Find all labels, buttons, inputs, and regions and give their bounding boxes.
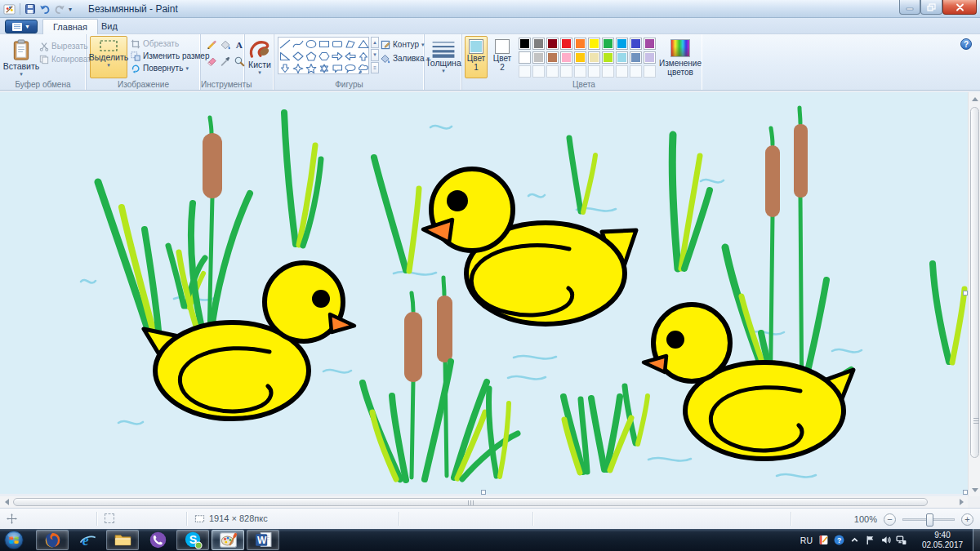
- zoom-slider[interactable]: [902, 518, 955, 521]
- restore-button[interactable]: [920, 0, 942, 15]
- select-button[interactable]: Выделить ▾: [90, 36, 127, 78]
- color1-button[interactable]: Цвет 1: [465, 36, 488, 78]
- shape-star-5[interactable]: [305, 62, 318, 74]
- shape-hexagon[interactable]: [318, 50, 331, 62]
- minimize-button[interactable]: [899, 0, 920, 15]
- canvas-resize-handle-bottom[interactable]: [481, 490, 486, 495]
- vertical-scroll-thumb[interactable]: [970, 107, 979, 458]
- tray-flag-icon[interactable]: [864, 534, 876, 546]
- save-button[interactable]: [24, 3, 36, 15]
- shape-polygon[interactable]: [344, 38, 357, 50]
- redo-button[interactable]: [54, 3, 65, 15]
- shape-arrow-right[interactable]: [331, 50, 344, 62]
- color2-button[interactable]: Цвет 2: [491, 36, 514, 78]
- shapes-scroll-up[interactable]: ▲: [371, 37, 379, 48]
- tray-app-alert-icon[interactable]: [817, 534, 830, 546]
- palette-swatch[interactable]: [616, 51, 628, 64]
- taskbar-app-viber[interactable]: [141, 530, 174, 550]
- shape-callout-cloud[interactable]: [357, 62, 370, 74]
- palette-swatch[interactable]: [644, 38, 656, 50]
- vertical-scrollbar[interactable]: [968, 92, 980, 496]
- pencil-tool[interactable]: [204, 38, 218, 51]
- palette-swatch[interactable]: [630, 51, 642, 64]
- palette-swatch[interactable]: [560, 38, 572, 50]
- zoom-out-button[interactable]: −: [884, 513, 896, 526]
- palette-swatch[interactable]: [588, 51, 600, 64]
- help-icon[interactable]: ?: [960, 38, 972, 50]
- shape-arrow-down[interactable]: [278, 62, 292, 74]
- palette-swatch[interactable]: [574, 51, 586, 64]
- cut-button[interactable]: Вырезать: [39, 40, 87, 52]
- color-picker-tool[interactable]: [218, 54, 232, 68]
- palette-swatch[interactable]: [602, 51, 614, 64]
- palette-swatch[interactable]: [560, 51, 572, 64]
- palette-swatch[interactable]: [616, 38, 628, 50]
- palette-swatch[interactable]: [630, 38, 642, 50]
- paint-canvas[interactable]: [0, 92, 968, 494]
- horizontal-scroll-thumb[interactable]: [13, 498, 928, 506]
- tray-hidden-icons-icon[interactable]: [849, 534, 861, 546]
- shape-right-triangle[interactable]: [278, 50, 292, 62]
- shape-arrow-left[interactable]: [344, 50, 357, 62]
- shape-rectangle[interactable]: [318, 38, 331, 50]
- shapes-more-button[interactable]: ≡: [371, 62, 379, 73]
- fill-shape-button[interactable]: Заливка ▾: [381, 52, 430, 64]
- shape-line[interactable]: [278, 38, 292, 50]
- text-tool[interactable]: A: [232, 38, 246, 51]
- scroll-right-arrow[interactable]: [955, 496, 968, 508]
- shape-pentagon[interactable]: [305, 50, 318, 62]
- show-desktop-button[interactable]: [973, 529, 980, 551]
- shape-arrow-up[interactable]: [357, 50, 370, 62]
- language-indicator[interactable]: RU: [800, 535, 813, 545]
- scroll-up-arrow[interactable]: [969, 92, 980, 105]
- qat-menu-button[interactable]: ▾: [69, 6, 72, 13]
- edit-colors-button[interactable]: Изменение цветов: [661, 36, 700, 80]
- zoom-slider-thumb[interactable]: [926, 513, 933, 527]
- shape-callout-oval[interactable]: [344, 62, 357, 74]
- shape-triangle[interactable]: [357, 38, 370, 50]
- palette-swatch[interactable]: [546, 38, 559, 50]
- outline-button[interactable]: Контур ▾: [381, 38, 425, 51]
- magnifier-tool[interactable]: [232, 54, 246, 68]
- shape-curve[interactable]: [292, 38, 305, 50]
- paint-menu-button[interactable]: ▼: [5, 20, 38, 33]
- shape-rounded-rectangle[interactable]: [331, 38, 344, 50]
- tab-view[interactable]: Вид: [91, 19, 127, 34]
- palette-swatch[interactable]: [644, 51, 656, 64]
- palette-swatch[interactable]: [519, 38, 531, 50]
- tray-network-icon[interactable]: [895, 534, 907, 546]
- close-button[interactable]: [942, 0, 977, 15]
- shape-diamond[interactable]: [292, 50, 305, 62]
- crop-button[interactable]: Обрезать: [131, 38, 179, 50]
- fill-tool[interactable]: [218, 38, 232, 51]
- paste-button[interactable]: Вставить ▾: [3, 36, 39, 78]
- tray-volume-icon[interactable]: [880, 534, 892, 546]
- resize-button[interactable]: Изменить размер: [131, 50, 209, 62]
- palette-swatch[interactable]: [519, 51, 531, 64]
- palette-swatch[interactable]: [588, 38, 600, 50]
- taskbar-app-firefox[interactable]: [36, 530, 69, 550]
- taskbar-app-windows-explorer[interactable]: [106, 530, 139, 550]
- scroll-left-arrow[interactable]: [0, 496, 13, 508]
- taskbar-clock[interactable]: 9:40 02.05.2017: [915, 531, 969, 550]
- palette-swatch[interactable]: [532, 38, 545, 50]
- shapes-scroll-down[interactable]: ▼: [371, 49, 379, 60]
- shape-star-6[interactable]: [318, 62, 331, 74]
- shape-star-4[interactable]: [292, 62, 305, 74]
- palette-swatch[interactable]: [602, 38, 614, 50]
- eraser-tool[interactable]: [204, 54, 218, 68]
- start-button[interactable]: [2, 529, 25, 551]
- palette-swatch[interactable]: [574, 38, 586, 50]
- scroll-down-arrow[interactable]: [969, 483, 980, 496]
- shape-callout-rounded[interactable]: [331, 62, 344, 74]
- shape-ellipse[interactable]: [305, 38, 318, 50]
- taskbar-app-skype[interactable]: S: [176, 530, 209, 550]
- rotate-button[interactable]: Повернуть ▾: [131, 62, 189, 74]
- taskbar-app-paint[interactable]: [212, 530, 244, 550]
- taskbar-app-word[interactable]: W: [247, 530, 279, 550]
- palette-swatch[interactable]: [532, 51, 545, 64]
- taskbar-app-internet-explorer[interactable]: e: [71, 530, 104, 550]
- brushes-button[interactable]: Кисти ▾: [247, 36, 273, 78]
- palette-swatch[interactable]: [546, 51, 559, 64]
- horizontal-scrollbar[interactable]: [0, 496, 968, 508]
